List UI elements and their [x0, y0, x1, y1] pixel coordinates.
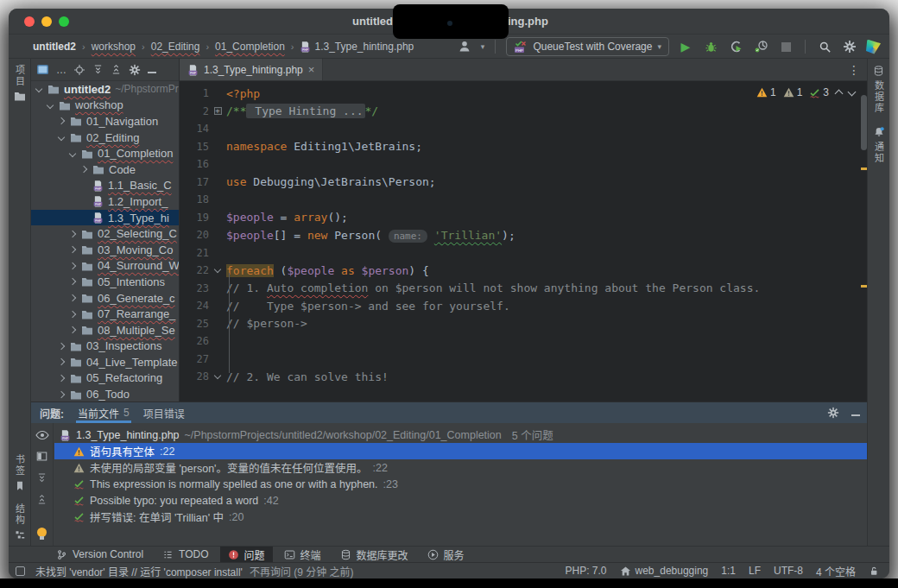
status-item[interactable]: UTF-8 — [774, 565, 803, 577]
hide-panel-icon[interactable] — [148, 64, 156, 76]
tool-window-quick-access-icon[interactable] — [16, 566, 25, 576]
fold-plus-icon[interactable]: + — [214, 107, 222, 115]
settings-gear-icon[interactable] — [841, 38, 858, 55]
fold-marker[interactable] — [209, 376, 226, 378]
problems-file-row[interactable]: PHP1.3_Type_hinting.php~/PhpstormProject… — [54, 427, 869, 443]
close-icon[interactable]: × — [308, 63, 315, 76]
tab-current-file[interactable]: 当前文件5 — [78, 402, 130, 423]
profiler-button[interactable] — [752, 38, 769, 55]
tree-chevron-icon[interactable] — [58, 117, 65, 124]
project-view-more[interactable]: … — [56, 64, 66, 76]
locate-file-icon[interactable] — [73, 64, 85, 76]
tree-row[interactable]: 07_Rearrange_ — [31, 306, 179, 322]
tree-chevron-icon[interactable] — [69, 246, 76, 253]
user-icon[interactable] — [456, 38, 473, 55]
fold-marker[interactable] — [209, 269, 226, 272]
tree-row[interactable]: 06_Todo — [31, 386, 179, 401]
ide-logo-icon[interactable] — [866, 40, 881, 54]
status-item[interactable]: LF — [749, 565, 761, 577]
project-settings-gear-icon[interactable] — [129, 64, 141, 76]
tree-row[interactable]: PHP1.2_Import_ — [31, 193, 179, 210]
tree-row[interactable]: 04_Live_Template — [31, 354, 179, 370]
close-button[interactable] — [24, 16, 35, 27]
collapse-all-icon[interactable] — [36, 494, 47, 505]
breadcrumb-item[interactable]: untitled2 — [33, 41, 76, 53]
tree-row[interactable]: 08_Multiple_Se — [31, 322, 179, 338]
structure-tool-button[interactable]: 结构 — [9, 497, 30, 546]
debug-button[interactable] — [702, 38, 719, 55]
tree-row[interactable]: 04_Surround_W — [31, 258, 179, 275]
problem-row[interactable]: 拼写错误: 在单词 'Trillian' 中:20 — [54, 509, 869, 525]
problem-row[interactable]: 语句具有空体 :22 — [54, 443, 869, 459]
status-item[interactable]: 4 个空格 — [816, 564, 856, 579]
tree-chevron-icon[interactable] — [69, 230, 76, 237]
status-item[interactable]: web_debugging — [620, 565, 709, 577]
breadcrumb-item[interactable]: workshop — [92, 41, 136, 53]
inspection-widget[interactable]: 1 1 3 — [756, 86, 855, 98]
tree-row[interactable]: 01_Navigation — [31, 113, 179, 130]
status-action-link[interactable]: 不再询问 (9 分钟 之前) — [250, 564, 354, 579]
tree-row[interactable]: 02_Selecting_C — [31, 225, 179, 242]
tree-chevron-icon[interactable] — [80, 166, 87, 173]
tree-chevron-icon[interactable] — [58, 375, 65, 382]
status-item[interactable] — [869, 566, 879, 577]
tool-window-button-数据库更改[interactable]: 数据库更改 — [332, 547, 416, 563]
minimize-button[interactable] — [41, 16, 52, 27]
code-editor[interactable]: 1<?php2+/** Type Hinting ...*/1415namesp… — [180, 81, 869, 401]
tree-row[interactable]: PHP1.3_Type_hi — [31, 210, 179, 226]
fold-open-icon[interactable] — [214, 266, 221, 273]
fold-open-icon[interactable] — [214, 372, 221, 379]
editor-options-icon[interactable]: ⋮ — [848, 63, 869, 80]
tree-chevron-icon[interactable] — [69, 294, 76, 301]
expand-all-icon[interactable] — [92, 64, 104, 75]
view-options-eye-icon[interactable] — [35, 430, 49, 440]
tree-chevron-icon[interactable] — [47, 102, 54, 109]
editor-tab[interactable]: PHP 1.3_Type_hinting.php × — [180, 59, 323, 80]
preview-toggle-icon[interactable] — [36, 451, 47, 462]
tree-chevron-icon[interactable] — [35, 85, 42, 92]
status-item[interactable]: 1:1 — [721, 565, 736, 577]
run-configuration-select[interactable]: PHP QueueTest with Coverage ▾ — [506, 37, 669, 56]
tree-chevron-icon[interactable] — [69, 149, 76, 156]
problem-row[interactable]: 未使用的局部变量 'person'。变量的值未在任何位置使用。:22 — [54, 459, 869, 476]
tool-window-button-终端[interactable]: 终端 — [276, 547, 329, 563]
tree-chevron-icon[interactable] — [58, 358, 65, 365]
tree-chevron-icon[interactable] — [69, 262, 76, 269]
previous-problem-icon[interactable] — [835, 90, 844, 98]
editor-scrollbar[interactable] — [861, 95, 867, 150]
tree-row[interactable]: 03_Moving_Co — [31, 242, 179, 258]
chevron-down-icon[interactable]: ▾ — [481, 42, 485, 51]
tree-chevron-icon[interactable] — [69, 278, 76, 285]
breadcrumb-item[interactable]: 01_Completion — [215, 41, 285, 53]
problems-settings-gear-icon[interactable] — [827, 407, 839, 419]
expand-all-icon[interactable] — [36, 472, 47, 484]
run-with-coverage-button[interactable] — [727, 38, 744, 55]
database-tool-button[interactable]: 数据库 — [868, 59, 889, 120]
tree-row[interactable]: 06_Generate_c — [31, 290, 179, 307]
zoom-button[interactable] — [59, 16, 69, 27]
collapse-all-icon[interactable] — [111, 64, 122, 75]
quick-fix-lightbulb-icon[interactable] — [37, 528, 47, 537]
project-tool-button[interactable]: 项目 — [9, 59, 30, 107]
problem-row[interactable]: Possible typo: you repeated a word:42 — [54, 492, 869, 509]
tree-row[interactable]: PHP1.1_Basic_C — [31, 178, 179, 194]
fold-marker[interactable]: + — [209, 107, 226, 115]
tree-row[interactable]: workshop — [31, 98, 179, 114]
run-button[interactable]: ▶ — [677, 38, 694, 55]
tree-chevron-icon[interactable] — [69, 310, 76, 317]
next-problem-icon[interactable] — [848, 87, 857, 96]
tree-row[interactable]: 03_Inspections — [31, 338, 179, 355]
breadcrumb-item[interactable]: PHP1.3_Type_hinting.php — [300, 41, 414, 53]
tree-row[interactable]: 05_Intentions — [31, 274, 179, 290]
tree-row[interactable]: 05_Refactoring — [31, 370, 179, 387]
search-icon[interactable] — [816, 38, 833, 55]
project-view-selector-icon[interactable] — [36, 64, 49, 75]
hide-problems-icon[interactable] — [851, 407, 860, 419]
tab-project-errors[interactable]: 项目错误 — [143, 402, 185, 423]
tool-window-button-服务[interactable]: 服务 — [420, 547, 472, 563]
problem-row[interactable]: This expression is normally spelled as o… — [54, 476, 869, 492]
tree-row[interactable]: 02_Editing — [31, 130, 179, 146]
breadcrumb-item[interactable]: 02_Editing — [151, 41, 200, 53]
tool-window-button-问题[interactable]: 问题 — [220, 547, 273, 563]
tree-chevron-icon[interactable] — [58, 390, 65, 397]
